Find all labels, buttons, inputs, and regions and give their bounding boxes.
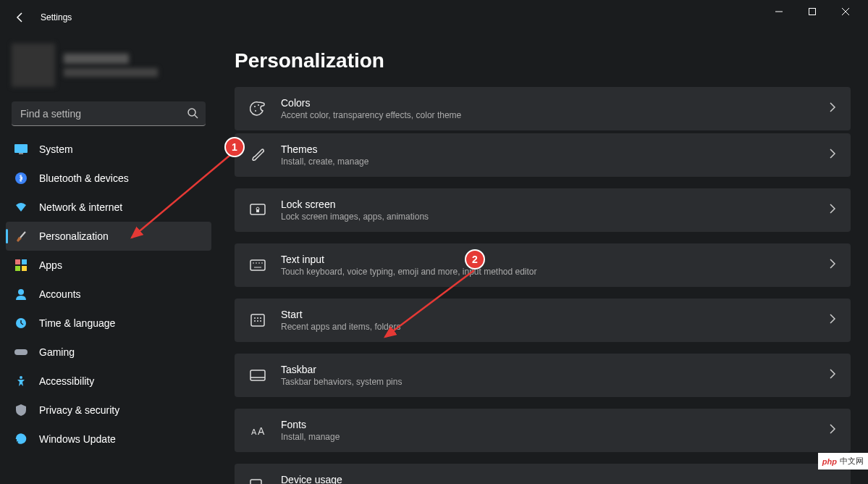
svg-point-32 (254, 317, 256, 319)
nav-label: Bluetooth & devices (39, 172, 129, 184)
card-title: Fonts (281, 419, 814, 430)
card-fonts[interactable]: AA FontsInstall, manage (235, 409, 851, 452)
nav-label: Time & language (39, 317, 115, 329)
svg-point-19 (20, 376, 22, 379)
sidebar: System Bluetooth & devices Network & int… (0, 35, 217, 484)
search-input[interactable] (12, 101, 206, 126)
svg-point-14 (18, 289, 24, 295)
user-info (64, 54, 158, 77)
lock-screen-icon (249, 201, 266, 219)
window-controls (762, 0, 862, 23)
sidebar-item-time[interactable]: Time & language (6, 309, 211, 338)
svg-rect-12 (15, 266, 20, 271)
shield-icon (14, 404, 28, 417)
card-lock-screen[interactable]: Lock screenLock screen images, apps, ani… (235, 188, 851, 232)
person-icon (14, 288, 28, 301)
card-taskbar[interactable]: TaskbarTaskbar behaviors, system pins (235, 354, 851, 397)
back-button[interactable] (6, 3, 35, 32)
svg-text:A: A (251, 427, 257, 436)
card-title: Colors (281, 97, 814, 109)
card-device-usage[interactable]: Device usageSelect all the ways you plan… (235, 464, 851, 484)
svg-rect-1 (809, 9, 816, 15)
fonts-icon: AA (249, 422, 266, 439)
user-block[interactable] (6, 35, 211, 96)
annotation-badge-1: 1 (224, 137, 245, 157)
svg-point-34 (260, 317, 261, 319)
svg-rect-10 (15, 259, 20, 264)
keyboard-icon (249, 256, 266, 274)
card-title: Device usage (281, 474, 836, 484)
chevron-right-icon (829, 369, 836, 382)
paintbrush-icon (14, 230, 28, 243)
sidebar-item-bluetooth[interactable]: Bluetooth & devices (6, 164, 211, 193)
svg-text:A: A (258, 425, 265, 437)
accessibility-icon (14, 375, 28, 388)
arrow-left-icon (14, 12, 26, 23)
card-desc: Lock screen images, apps, animations (281, 212, 814, 222)
card-start[interactable]: StartRecent apps and items, folders (235, 299, 851, 342)
card-desc: Taskbar behaviors, system pins (281, 377, 814, 387)
start-icon (249, 312, 266, 329)
nav-label: Gaming (39, 346, 75, 358)
sidebar-item-update[interactable]: Windows Update (6, 425, 211, 454)
sidebar-item-accessibility[interactable]: Accessibility (6, 367, 211, 396)
titlebar: Settings (0, 0, 868, 35)
sidebar-item-personalization[interactable]: Personalization (6, 222, 211, 251)
update-icon (14, 433, 28, 446)
svg-rect-13 (22, 266, 27, 271)
svg-line-9 (20, 232, 25, 238)
svg-point-21 (255, 110, 256, 112)
card-colors[interactable]: ColorsAccent color, transparency effects… (235, 87, 851, 130)
card-title: Lock screen (281, 199, 814, 210)
nav-label: Accessibility (39, 375, 94, 387)
card-title: Themes (281, 143, 814, 155)
svg-rect-7 (19, 153, 23, 154)
nav-label: Windows Update (39, 433, 116, 445)
svg-rect-42 (250, 480, 261, 484)
sidebar-item-apps[interactable]: Apps (6, 251, 211, 280)
svg-rect-6 (14, 144, 28, 153)
gamepad-icon (14, 346, 28, 359)
display-icon (14, 143, 28, 156)
maximize-button[interactable] (796, 0, 829, 23)
nav-label: Accounts (39, 288, 81, 300)
card-desc: Install, create, manage (281, 157, 814, 167)
svg-point-20 (254, 106, 256, 107)
close-icon (842, 8, 849, 15)
card-themes[interactable]: ThemesInstall, create, manage (235, 133, 851, 177)
taskbar-icon (249, 367, 266, 384)
sidebar-item-privacy[interactable]: Privacy & security (6, 396, 211, 425)
brush-icon (249, 146, 266, 164)
chevron-right-icon (829, 314, 836, 327)
svg-point-22 (258, 104, 259, 106)
chevron-right-icon (829, 259, 836, 272)
card-desc: Recent apps and items, folders (281, 322, 814, 332)
nav-label: Personalization (39, 230, 109, 242)
nav-label: Privacy & security (39, 404, 119, 416)
sidebar-item-system[interactable]: System (6, 135, 211, 164)
nav-label: Apps (39, 259, 62, 271)
card-desc: Install, manage (281, 432, 814, 442)
svg-point-33 (257, 317, 258, 319)
card-title: Taskbar (281, 364, 814, 375)
nav-label: System (39, 143, 73, 155)
card-desc: Accent color, transparency effects, colo… (281, 110, 814, 120)
nav-label: Network & internet (39, 201, 122, 213)
svg-point-4 (188, 109, 195, 116)
sidebar-item-network[interactable]: Network & internet (6, 193, 211, 222)
svg-point-36 (257, 320, 258, 322)
minimize-button[interactable] (762, 0, 796, 23)
card-text-input[interactable]: Text inputTouch keyboard, voice typing, … (235, 243, 851, 287)
chevron-right-icon (829, 204, 836, 217)
card-desc: Touch keyboard, voice typing, emoji and … (281, 267, 814, 277)
svg-rect-24 (256, 209, 259, 212)
card-title: Text input (281, 254, 814, 265)
close-button[interactable] (829, 0, 862, 23)
sidebar-item-gaming[interactable]: Gaming (6, 338, 211, 367)
watermark-cn: 中文网 (840, 456, 864, 467)
avatar (12, 43, 55, 87)
svg-rect-38 (250, 370, 265, 380)
chevron-right-icon (829, 149, 836, 162)
watermark-php: php (822, 457, 837, 466)
sidebar-item-accounts[interactable]: Accounts (6, 280, 211, 309)
